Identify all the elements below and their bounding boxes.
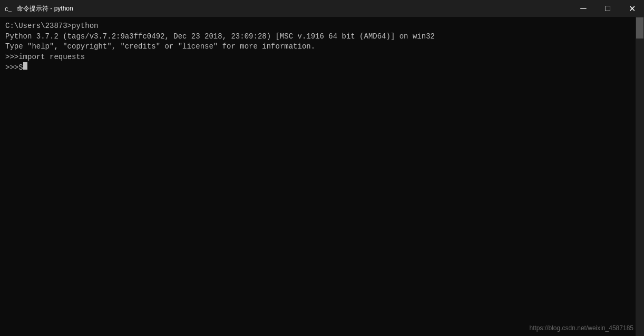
svg-text:C_: C_ xyxy=(5,6,12,13)
window-title: 命令提示符 - python xyxy=(17,4,73,13)
minimize-button[interactable]: ─ xyxy=(571,0,596,17)
cursor xyxy=(23,62,27,70)
close-button[interactable]: ✕ xyxy=(620,0,644,17)
console-line-3: Type "help", "copyright", "credits" or "… xyxy=(5,42,630,52)
console-area: C:\Users\23873>python Python 3.7.2 (tags… xyxy=(0,17,644,336)
maximize-button[interactable]: □ xyxy=(596,0,620,17)
title-bar-controls: ─ □ ✕ xyxy=(571,0,644,17)
title-bar-left: C_ 命令提示符 - python xyxy=(0,4,73,13)
prompt-2: >>> xyxy=(5,63,18,73)
console-prompt-line-2: >>> S xyxy=(5,62,630,73)
prompt-1: >>> xyxy=(5,52,18,63)
console-prompt-line-1: >>> import requests xyxy=(5,52,630,63)
window: C_ 命令提示符 - python ─ □ ✕ C:\Users\23873>p… xyxy=(0,0,644,336)
watermark: https://blog.csdn.net/weixin_4587185 xyxy=(530,324,633,332)
console-line-1: C:\Users\23873>python xyxy=(5,21,630,32)
console-content[interactable]: C:\Users\23873>python Python 3.7.2 (tags… xyxy=(0,17,636,336)
title-bar: C_ 命令提示符 - python ─ □ ✕ xyxy=(0,0,644,17)
scrollbar-thumb[interactable] xyxy=(636,17,643,39)
cmd-2: S xyxy=(18,63,23,73)
cmd-icon: C_ xyxy=(4,4,13,13)
console-line-2: Python 3.7.2 (tags/v3.7.2:9a3ffc0492, De… xyxy=(5,32,630,42)
scrollbar[interactable] xyxy=(636,17,644,336)
cmd-1: import requests xyxy=(18,52,85,63)
